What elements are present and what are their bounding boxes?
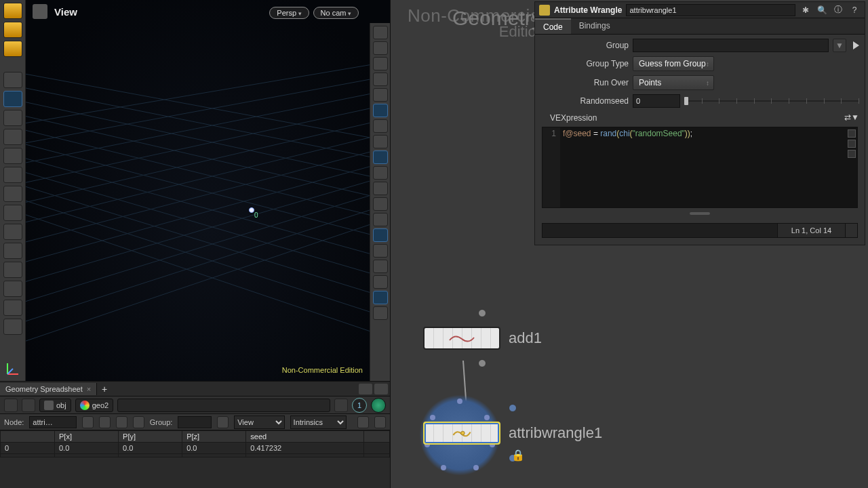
display-opt-icon[interactable] (373, 135, 388, 148)
intrinsics-select[interactable]: Intrinsics (290, 415, 347, 429)
display-opt-icon[interactable] (373, 197, 388, 211)
col-pz[interactable]: P[z] (182, 431, 246, 443)
tool-icon[interactable] (3, 186, 22, 202)
node-input-port[interactable] (478, 309, 486, 317)
table-row[interactable]: 0 0.0 0.0 0.0 0.417232 (1, 443, 390, 454)
display-opt-icon[interactable] (373, 166, 388, 180)
tool-icon[interactable] (3, 129, 22, 145)
display-opt-icon[interactable] (373, 291, 388, 304)
col-seed[interactable]: seed (246, 431, 363, 443)
info-icon[interactable]: ⓘ (832, 4, 844, 16)
vex-code-editor[interactable]: f@seed = rand(chi("randomSeed")); (560, 127, 846, 207)
display-opt-icon[interactable] (373, 150, 388, 164)
spreadsheet-grid[interactable]: P[x] P[y] P[z] seed 0 0.0 0.0 0.0 0.4172… (0, 430, 390, 488)
tab-code[interactable]: Code (535, 18, 571, 34)
randomseed-slider[interactable] (684, 96, 859, 106)
close-icon[interactable]: × (87, 385, 91, 393)
code-opt-icon[interactable] (848, 129, 856, 138)
tool-icon[interactable] (3, 243, 22, 259)
resize-handle-icon[interactable] (690, 212, 710, 215)
help-icon[interactable]: ? (848, 4, 861, 16)
detail-mode-icon[interactable] (133, 416, 144, 428)
vex-status-field[interactable] (542, 223, 778, 238)
display-opt-icon[interactable] (373, 73, 388, 86)
pane-opt-icon[interactable] (359, 384, 372, 394)
display-opt-icon[interactable] (373, 88, 388, 102)
play-icon[interactable] (357, 416, 369, 428)
group-dropdown-icon[interactable]: ▼ (833, 39, 846, 52)
select-tool-icon[interactable] (3, 72, 22, 88)
grouptype-select[interactable]: Guess from Group (633, 56, 714, 71)
forward-button[interactable] (22, 399, 35, 412)
camera-type-menu[interactable]: Persp (269, 7, 309, 19)
filter-icon[interactable] (217, 416, 229, 428)
display-opt-icon[interactable] (373, 57, 388, 70)
tool-icon[interactable] (3, 167, 22, 183)
path-segment-geo[interactable]: geo2 (75, 399, 113, 412)
code-opt-icon[interactable] (848, 140, 856, 148)
group-field[interactable] (178, 416, 212, 428)
display-opt-icon[interactable] (373, 213, 388, 226)
display-opt-icon[interactable] (373, 26, 388, 39)
lock-tool-icon[interactable] (3, 91, 22, 107)
camera-select-menu[interactable]: No cam (313, 7, 359, 19)
display-opt-icon[interactable] (373, 244, 388, 258)
tool-icon[interactable] (3, 224, 22, 240)
pin-badge[interactable]: 1 (352, 398, 367, 413)
tool-icon[interactable] (3, 300, 22, 316)
tool-icon[interactable] (3, 319, 22, 335)
viewport[interactable]: View Persp No cam (26, 0, 390, 381)
link-badge-icon[interactable] (371, 398, 386, 413)
prims-mode-icon[interactable] (116, 416, 127, 428)
node-input-port[interactable] (509, 404, 517, 412)
node-field[interactable] (29, 416, 77, 428)
points-mode-icon[interactable] (82, 416, 94, 428)
runover-select[interactable]: Points (633, 75, 714, 90)
shelf-tool-icon[interactable] (3, 3, 22, 19)
tab-bindings[interactable]: Bindings (571, 18, 618, 34)
display-opt-icon[interactable] (373, 41, 388, 55)
node-attribwrangle[interactable]: attribwrangle1 🔒 (423, 422, 602, 445)
display-opt-icon[interactable] (373, 228, 388, 242)
shelf-tool-icon[interactable] (3, 22, 22, 38)
node-add[interactable]: add1 (423, 327, 542, 350)
shelf-tool-icon[interactable] (3, 41, 22, 57)
display-opt-icon[interactable] (373, 260, 388, 273)
back-button[interactable] (4, 399, 18, 412)
tool-icon[interactable] (3, 205, 22, 221)
vex-dropdown-icon[interactable]: ▼ (851, 113, 859, 122)
search-icon[interactable]: 🔍 (816, 4, 828, 16)
randomseed-label: Randomseed (540, 96, 629, 106)
display-opt-icon[interactable] (373, 275, 388, 289)
tool-icon[interactable] (3, 110, 22, 126)
col-px[interactable]: P[x] (55, 431, 119, 443)
help-icon[interactable] (374, 416, 386, 428)
path-dropdown-icon[interactable] (334, 399, 348, 412)
network-view[interactable]: add1 attribwrang (391, 244, 868, 488)
view-select[interactable]: View (234, 415, 284, 429)
tool-icon[interactable] (3, 262, 22, 278)
status-opt-icon[interactable] (846, 223, 858, 238)
group-param-field[interactable] (633, 39, 829, 52)
operator-name-field[interactable] (626, 4, 795, 16)
pane-opt-icon[interactable] (374, 384, 388, 394)
vex-preset-icon[interactable]: ⇄ (844, 113, 851, 122)
node-output-port[interactable] (478, 359, 486, 367)
display-opt-icon[interactable] (373, 306, 388, 320)
col-py[interactable]: P[y] (119, 431, 182, 443)
group-select-button[interactable] (853, 41, 859, 49)
path-field[interactable] (117, 399, 330, 412)
tool-icon[interactable] (3, 148, 22, 164)
add-tab-button[interactable]: + (97, 384, 112, 394)
display-opt-icon[interactable] (373, 119, 388, 133)
tool-icon[interactable] (3, 281, 22, 297)
col-index[interactable] (1, 431, 55, 443)
spreadsheet-tab[interactable]: Geometry Spreadsheet × (0, 383, 97, 395)
randomseed-field[interactable] (633, 94, 680, 108)
display-opt-icon[interactable] (373, 182, 388, 195)
path-segment-obj[interactable]: obj (39, 399, 71, 412)
code-opt-icon[interactable] (848, 150, 856, 158)
display-opt-icon[interactable] (373, 104, 388, 117)
gear-icon[interactable]: ✱ (800, 4, 812, 16)
verts-mode-icon[interactable] (99, 416, 111, 428)
